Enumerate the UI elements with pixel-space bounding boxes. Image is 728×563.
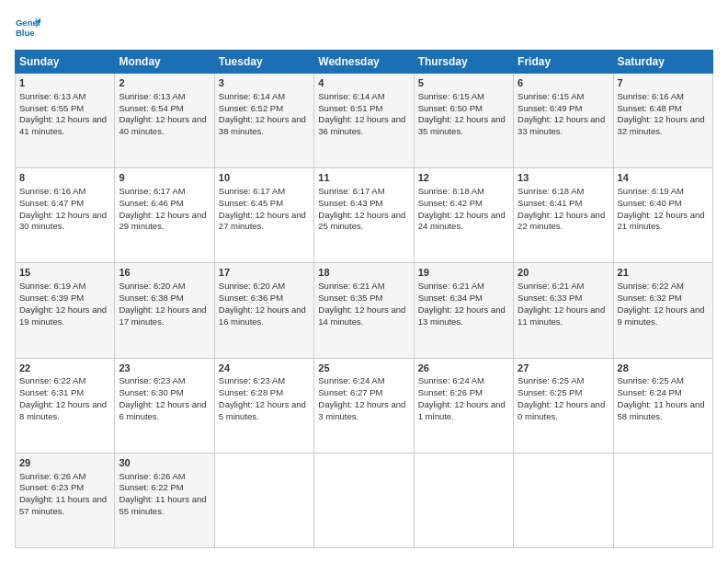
calendar-cell: 13Sunrise: 6:18 AMSunset: 6:41 PMDayligh…	[514, 168, 613, 263]
calendar-cell: 16Sunrise: 6:20 AMSunset: 6:38 PMDayligh…	[115, 263, 214, 358]
calendar-week-5: 29Sunrise: 6:26 AMSunset: 6:23 PMDayligh…	[16, 453, 713, 547]
calendar-header-monday: Monday	[115, 51, 214, 74]
calendar-table: SundayMondayTuesdayWednesdayThursdayFrid…	[15, 50, 713, 548]
day-number: 5	[418, 76, 509, 90]
calendar-cell: 25Sunrise: 6:24 AMSunset: 6:27 PMDayligh…	[314, 358, 414, 453]
daylight-text: Daylight: 12 hours and 6 minutes.	[119, 399, 206, 421]
sunset-text: Sunset: 6:22 PM	[119, 482, 183, 492]
day-number: 24	[219, 362, 310, 375]
sunset-text: Sunset: 6:49 PM	[518, 103, 582, 113]
sunrise-text: Sunrise: 6:16 AM	[618, 91, 684, 101]
calendar-cell: 27Sunrise: 6:25 AMSunset: 6:25 PMDayligh…	[514, 358, 613, 453]
sunset-text: Sunset: 6:40 PM	[618, 198, 682, 208]
sunrise-text: Sunrise: 6:26 AM	[119, 471, 185, 481]
daylight-text: Daylight: 12 hours and 30 minutes.	[19, 210, 107, 232]
header: General Blue	[15, 15, 713, 40]
day-number: 28	[618, 362, 709, 375]
daylight-text: Daylight: 12 hours and 22 minutes.	[518, 210, 605, 232]
logo: General Blue	[15, 15, 40, 40]
day-number: 27	[518, 362, 609, 375]
calendar-cell	[414, 453, 513, 547]
daylight-text: Daylight: 12 hours and 32 minutes.	[618, 114, 705, 136]
daylight-text: Daylight: 12 hours and 29 minutes.	[119, 210, 206, 232]
day-number: 11	[318, 171, 409, 185]
sunrise-text: Sunrise: 6:17 AM	[219, 186, 285, 196]
sunset-text: Sunset: 6:24 PM	[618, 387, 682, 397]
sunset-text: Sunset: 6:43 PM	[318, 198, 382, 208]
calendar-cell: 28Sunrise: 6:25 AMSunset: 6:24 PMDayligh…	[613, 358, 712, 453]
sunrise-text: Sunrise: 6:19 AM	[19, 281, 85, 291]
calendar-cell: 1Sunrise: 6:13 AMSunset: 6:55 PMDaylight…	[16, 74, 115, 168]
sunset-text: Sunset: 6:26 PM	[418, 387, 483, 397]
day-number: 1	[19, 76, 110, 90]
sunrise-text: Sunrise: 6:21 AM	[518, 281, 584, 291]
sunrise-text: Sunrise: 6:19 AM	[618, 186, 684, 196]
day-number: 8	[19, 171, 110, 185]
calendar-cell: 8Sunrise: 6:16 AMSunset: 6:47 PMDaylight…	[16, 168, 115, 263]
calendar-body: 1Sunrise: 6:13 AMSunset: 6:55 PMDaylight…	[16, 74, 713, 548]
sunset-text: Sunset: 6:42 PM	[418, 198, 483, 208]
sunset-text: Sunset: 6:28 PM	[219, 387, 283, 397]
sunset-text: Sunset: 6:31 PM	[19, 387, 84, 397]
calendar-cell: 9Sunrise: 6:17 AMSunset: 6:46 PMDaylight…	[115, 168, 214, 263]
daylight-text: Daylight: 12 hours and 9 minutes.	[618, 304, 705, 327]
calendar-week-1: 1Sunrise: 6:13 AMSunset: 6:55 PMDaylight…	[16, 74, 713, 168]
day-number: 20	[518, 266, 609, 280]
calendar-header-tuesday: Tuesday	[214, 51, 313, 74]
sunset-text: Sunset: 6:35 PM	[318, 293, 382, 303]
sunrise-text: Sunrise: 6:21 AM	[318, 281, 384, 291]
sunset-text: Sunset: 6:45 PM	[219, 198, 283, 208]
daylight-text: Daylight: 12 hours and 24 minutes.	[418, 210, 506, 232]
sunrise-text: Sunrise: 6:25 AM	[518, 375, 584, 385]
sunrise-text: Sunrise: 6:17 AM	[119, 186, 185, 196]
sunset-text: Sunset: 6:32 PM	[618, 293, 682, 303]
calendar-cell: 22Sunrise: 6:22 AMSunset: 6:31 PMDayligh…	[16, 358, 115, 453]
sunset-text: Sunset: 6:39 PM	[19, 293, 84, 303]
day-number: 17	[219, 266, 310, 280]
daylight-text: Daylight: 12 hours and 35 minutes.	[418, 114, 506, 136]
calendar-cell	[514, 453, 613, 547]
day-number: 29	[19, 456, 110, 470]
calendar-cell: 23Sunrise: 6:23 AMSunset: 6:30 PMDayligh…	[115, 358, 214, 453]
sunrise-text: Sunrise: 6:20 AM	[219, 281, 285, 291]
sunset-text: Sunset: 6:51 PM	[318, 103, 382, 113]
day-number: 14	[618, 171, 709, 185]
sunrise-text: Sunrise: 6:14 AM	[219, 91, 285, 101]
calendar-cell: 20Sunrise: 6:21 AMSunset: 6:33 PMDayligh…	[514, 263, 613, 358]
daylight-text: Daylight: 12 hours and 13 minutes.	[418, 304, 506, 327]
sunrise-text: Sunrise: 6:18 AM	[418, 186, 484, 196]
sunset-text: Sunset: 6:25 PM	[518, 387, 582, 397]
sunrise-text: Sunrise: 6:14 AM	[318, 91, 384, 101]
sunset-text: Sunset: 6:41 PM	[518, 198, 582, 208]
sunrise-text: Sunrise: 6:22 AM	[19, 375, 85, 385]
daylight-text: Daylight: 11 hours and 58 minutes.	[618, 399, 705, 421]
sunset-text: Sunset: 6:23 PM	[19, 482, 84, 492]
daylight-text: Daylight: 12 hours and 19 minutes.	[19, 304, 107, 327]
day-number: 15	[19, 266, 110, 280]
calendar-cell	[214, 453, 313, 547]
calendar-header-wednesday: Wednesday	[314, 51, 414, 74]
calendar-header-row: SundayMondayTuesdayWednesdayThursdayFrid…	[16, 51, 713, 74]
daylight-text: Daylight: 12 hours and 14 minutes.	[318, 304, 405, 327]
sunrise-text: Sunrise: 6:18 AM	[518, 186, 584, 196]
day-number: 21	[618, 266, 709, 280]
sunrise-text: Sunrise: 6:16 AM	[19, 186, 85, 196]
calendar-week-4: 22Sunrise: 6:22 AMSunset: 6:31 PMDayligh…	[16, 358, 713, 453]
daylight-text: Daylight: 12 hours and 36 minutes.	[318, 114, 405, 136]
daylight-text: Daylight: 12 hours and 16 minutes.	[219, 304, 306, 327]
day-number: 30	[119, 456, 210, 470]
calendar-cell: 15Sunrise: 6:19 AMSunset: 6:39 PMDayligh…	[16, 263, 115, 358]
day-number: 18	[318, 266, 409, 280]
calendar-cell: 17Sunrise: 6:20 AMSunset: 6:36 PMDayligh…	[214, 263, 313, 358]
sunrise-text: Sunrise: 6:17 AM	[318, 186, 384, 196]
calendar-header-saturday: Saturday	[613, 51, 712, 74]
daylight-text: Daylight: 12 hours and 40 minutes.	[119, 114, 206, 136]
daylight-text: Daylight: 11 hours and 55 minutes.	[119, 494, 206, 516]
daylight-text: Daylight: 12 hours and 11 minutes.	[518, 304, 605, 327]
calendar-cell: 24Sunrise: 6:23 AMSunset: 6:28 PMDayligh…	[214, 358, 313, 453]
daylight-text: Daylight: 12 hours and 17 minutes.	[119, 304, 206, 327]
calendar-cell	[314, 453, 414, 547]
day-number: 7	[618, 76, 709, 90]
calendar-cell	[613, 453, 712, 547]
sunrise-text: Sunrise: 6:23 AM	[119, 375, 185, 385]
